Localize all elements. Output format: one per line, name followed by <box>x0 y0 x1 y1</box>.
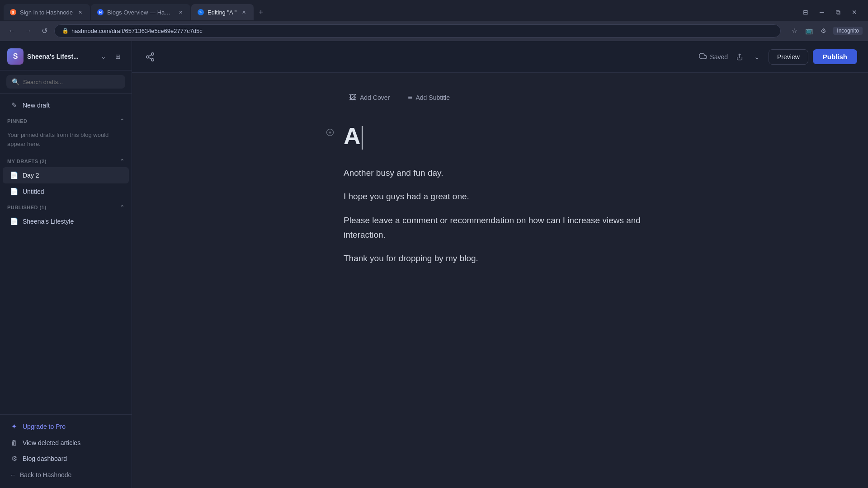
pinned-empty-text: Your pinned drafts from this blog would … <box>0 127 132 154</box>
sidebar-item-view-deleted[interactable]: 🗑 View deleted articles <box>3 435 129 450</box>
tab-blogs-overview[interactable]: H Blogs Overview — Hashnode ✕ <box>91 4 190 20</box>
add-cover-label: Add Cover <box>360 94 390 101</box>
svg-point-2 <box>151 58 154 61</box>
sidebar: S Sheena's Lifest... ⌄ ⊞ 🔍 ✎ New draft <box>0 41 132 488</box>
sidebar-item-new-draft[interactable]: ✎ New draft <box>3 97 129 113</box>
published-section-header: PUBLISHED (1) ⌃ <box>0 200 132 213</box>
url-bar[interactable]: 🔒 hashnode.com/draft/65713634e5ce69e2777… <box>54 24 781 38</box>
editor-area[interactable]: 🖼 Add Cover ≡ Add Subtitle <box>297 73 703 488</box>
draft-day2-label: Day 2 <box>23 172 39 179</box>
pinned-toggle-icon[interactable]: ⌃ <box>120 118 125 124</box>
forward-nav-button[interactable]: → <box>22 24 34 37</box>
saved-badge: Saved <box>699 52 728 62</box>
tab-bar: S Sign in to Hashnode ✕ H Blogs Overview… <box>0 0 868 21</box>
pinned-title: PINNED <box>7 118 28 124</box>
blog-avatar: S <box>7 48 24 65</box>
tab1-label: Sign in to Hashnode <box>20 9 73 16</box>
favicon-tab2: H <box>97 9 104 15</box>
blog-name: Sheena's Lifest... <box>27 53 94 60</box>
draft-untitled-label: Untitled <box>23 188 44 195</box>
chevron-down-options-icon[interactable]: ⌄ <box>750 50 764 64</box>
url-text: hashnode.com/draft/65713634e5ce69e2777c7… <box>71 28 203 34</box>
upgrade-icon: ✦ <box>10 422 18 431</box>
sidebar-item-upgrade[interactable]: ✦ Upgrade to Pro <box>3 418 129 435</box>
title-display: A <box>344 122 363 150</box>
tab-editing[interactable]: ✎ Editing "A " ✕ <box>191 4 254 20</box>
subtitle-icon: ≡ <box>408 94 412 102</box>
bookmark-icon[interactable]: ☆ <box>788 24 801 37</box>
sidebar-item-blog-dashboard[interactable]: ⚙ Blog dashboard <box>3 450 129 467</box>
topbar-right: Saved ⌄ Preview Publish <box>699 49 857 65</box>
sidebar-content: ✎ New draft PINNED ⌃ Your pinned drafts … <box>0 94 132 414</box>
app-layout: S Sheena's Lifest... ⌄ ⊞ 🔍 ✎ New draft <box>0 41 868 488</box>
chevron-down-icon[interactable]: ⌄ <box>97 50 110 63</box>
published-title: PUBLISHED (1) <box>7 205 47 210</box>
topbar-actions: ⌄ <box>732 50 764 64</box>
window-controls: ⊟ ─ ⧉ ✕ <box>799 6 864 19</box>
tab3-close[interactable]: ✕ <box>240 9 247 16</box>
add-cover-button[interactable]: 🖼 Add Cover <box>344 91 394 104</box>
extensions-icon[interactable]: ⚙ <box>817 24 830 37</box>
cast-icon[interactable]: 📺 <box>802 24 815 37</box>
paragraph-1: Another busy and fun day. <box>344 166 676 180</box>
sidebar-footer: ✦ Upgrade to Pro 🗑 View deleted articles… <box>0 414 132 488</box>
sidebar-item-day2[interactable]: 📄 Day 2 <box>3 167 129 183</box>
editor-topbar: Saved ⌄ Preview Publish <box>132 41 868 73</box>
tab1-close[interactable]: ✕ <box>76 9 84 16</box>
new-tab-button[interactable]: + <box>255 6 267 19</box>
add-blog-icon[interactable]: ⊞ <box>112 50 124 63</box>
address-bar: ← → ↺ 🔒 hashnode.com/draft/65713634e5ce6… <box>0 21 868 41</box>
editor-title-area: A <box>324 122 676 150</box>
close-icon[interactable]: ✕ <box>848 6 861 19</box>
drafts-toggle-icon[interactable]: ⌃ <box>120 158 125 164</box>
tab3-label: Editing "A " <box>208 9 236 16</box>
saved-label: Saved <box>710 53 728 61</box>
sidebar-item-sheenas-lifestyle[interactable]: 📄 Sheena's Lifestyle <box>3 213 129 230</box>
minimize-icon[interactable]: ─ <box>816 6 828 19</box>
search-input[interactable] <box>23 79 120 85</box>
network-icon[interactable] <box>143 50 157 64</box>
publish-button[interactable]: Publish <box>813 49 857 64</box>
trash-icon: 🗑 <box>10 439 18 446</box>
add-subtitle-button[interactable]: ≡ Add Subtitle <box>403 91 454 104</box>
tab-signin[interactable]: S Sign in to Hashnode ✕ <box>4 4 90 20</box>
text-cursor <box>362 126 363 150</box>
view-deleted-label: View deleted articles <box>23 439 80 446</box>
cloud-icon <box>699 52 707 62</box>
tab2-label: Blogs Overview — Hashnode <box>107 9 173 16</box>
paragraph-3: Please leave a comment or recommendation… <box>344 213 676 243</box>
back-label: Back to Hashnode <box>20 471 71 479</box>
maximize-icon[interactable]: ⧉ <box>832 6 844 19</box>
topbar-left <box>143 50 157 64</box>
back-nav-button[interactable]: ← <box>5 24 18 37</box>
add-subtitle-label: Add Subtitle <box>416 94 450 101</box>
sidebar-header-actions: ⌄ ⊞ <box>97 50 124 63</box>
editor-toolbar: 🖼 Add Cover ≡ Add Subtitle <box>324 91 676 104</box>
back-to-hashnode-button[interactable]: ← Back to Hashnode <box>3 467 129 483</box>
paragraph-2: I hope you guys had a great one. <box>344 189 676 204</box>
blog-avatar-letter: S <box>13 52 18 61</box>
lock-icon: 🔒 <box>62 28 69 34</box>
editor-body[interactable]: Another busy and fun day. I hope you guy… <box>324 166 676 266</box>
svg-line-3 <box>149 57 151 59</box>
share-icon[interactable] <box>732 50 747 64</box>
browser-chrome: S Sign in to Hashnode ✕ H Blogs Overview… <box>0 0 868 41</box>
preview-button[interactable]: Preview <box>769 49 808 65</box>
search-input-wrap[interactable]: 🔍 <box>6 75 125 89</box>
sidebar-item-untitled[interactable]: 📄 Untitled <box>3 183 129 200</box>
restore-down-icon[interactable]: ⊟ <box>799 6 812 19</box>
pinned-section-header: PINNED ⌃ <box>0 113 132 127</box>
draft-doc-icon-untitled: 📄 <box>10 188 18 196</box>
svg-line-4 <box>149 54 151 56</box>
published-toggle-icon[interactable]: ⌃ <box>120 204 125 211</box>
drafts-title: MY DRAFTS (2) <box>7 159 47 164</box>
reload-button[interactable]: ↺ <box>38 24 51 37</box>
tab2-close[interactable]: ✕ <box>177 9 184 16</box>
new-draft-icon: ✎ <box>10 101 18 109</box>
paragraph-4: Thank you for dropping by my blog. <box>344 251 676 266</box>
block-handle-icon[interactable] <box>324 126 336 139</box>
image-icon: 🖼 <box>349 94 356 102</box>
sidebar-header: S Sheena's Lifest... ⌄ ⊞ <box>0 41 132 70</box>
svg-point-1 <box>146 56 149 58</box>
title-text: A <box>344 122 361 150</box>
